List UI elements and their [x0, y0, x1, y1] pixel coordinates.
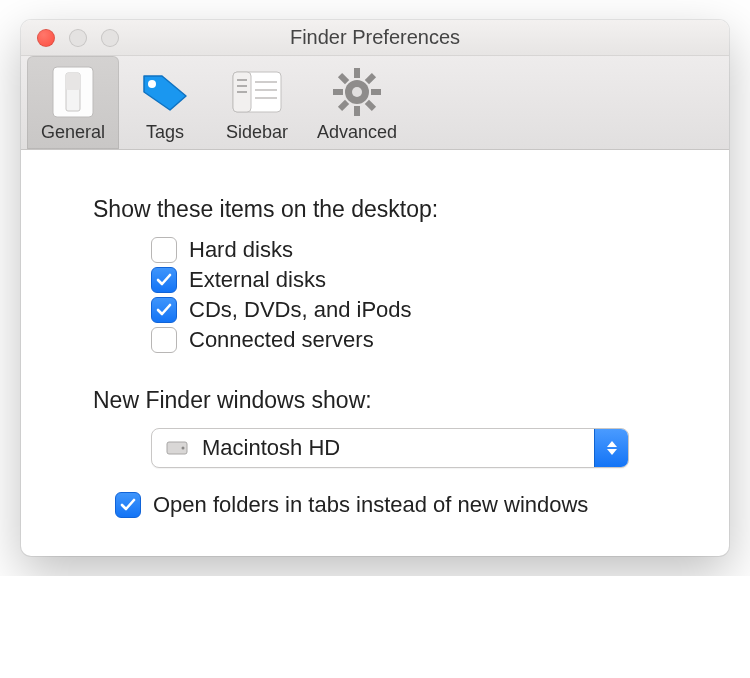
tab-label: General	[41, 122, 105, 143]
tag-icon	[137, 64, 193, 120]
svg-rect-14	[365, 73, 376, 84]
svg-rect-19	[333, 89, 343, 95]
window-title: Finder Preferences	[21, 26, 729, 49]
new-windows-heading: New Finder windows show:	[93, 387, 689, 414]
chevron-up-down-icon	[594, 429, 628, 467]
switch-icon	[45, 64, 101, 120]
checkbox-label: Connected servers	[189, 327, 374, 353]
new-window-location-select[interactable]: Macintosh HD	[151, 428, 629, 468]
svg-point-3	[148, 80, 156, 88]
checkbox[interactable]	[151, 267, 177, 293]
checkbox[interactable]	[151, 327, 177, 353]
checkbox-row-connected-servers[interactable]: Connected servers	[151, 327, 689, 353]
sidebar-icon	[229, 64, 285, 120]
preferences-window: Finder Preferences General Tags	[21, 20, 729, 556]
svg-rect-18	[338, 100, 349, 111]
tab-label: Tags	[146, 122, 184, 143]
svg-point-23	[182, 447, 185, 450]
tab-tags[interactable]: Tags	[119, 56, 211, 149]
minimize-button[interactable]	[69, 29, 87, 47]
checkbox[interactable]	[115, 492, 141, 518]
toolbar: General Tags	[21, 56, 729, 150]
titlebar: Finder Preferences	[21, 20, 729, 56]
checkbox-row-open-in-tabs[interactable]: Open folders in tabs instead of new wind…	[115, 492, 689, 518]
checkbox-row-hard-disks[interactable]: Hard disks	[151, 237, 689, 263]
checkbox-row-cds-dvds-ipods[interactable]: CDs, DVDs, and iPods	[151, 297, 689, 323]
checkbox[interactable]	[151, 237, 177, 263]
hard-disk-icon	[160, 436, 194, 460]
svg-rect-17	[354, 106, 360, 116]
zoom-button[interactable]	[101, 29, 119, 47]
checkbox-label: Open folders in tabs instead of new wind…	[153, 492, 588, 518]
checkbox-row-external-disks[interactable]: External disks	[151, 267, 689, 293]
svg-rect-13	[354, 68, 360, 78]
tab-label: Advanced	[317, 122, 397, 143]
gear-icon	[329, 64, 385, 120]
svg-rect-2	[66, 73, 80, 90]
general-pane: Show these items on the desktop: Hard di…	[21, 150, 729, 556]
checkbox-label: CDs, DVDs, and iPods	[189, 297, 412, 323]
svg-rect-20	[338, 73, 349, 84]
tab-label: Sidebar	[226, 122, 288, 143]
tab-general[interactable]: General	[27, 56, 119, 149]
checkbox-label: Hard disks	[189, 237, 293, 263]
svg-rect-16	[365, 100, 376, 111]
desktop-items-heading: Show these items on the desktop:	[93, 196, 689, 223]
close-button[interactable]	[37, 29, 55, 47]
svg-rect-15	[371, 89, 381, 95]
select-value: Macintosh HD	[202, 435, 594, 461]
window-controls	[21, 29, 119, 47]
tab-advanced[interactable]: Advanced	[303, 56, 411, 149]
checkbox-label: External disks	[189, 267, 326, 293]
svg-point-21	[352, 87, 362, 97]
tab-sidebar[interactable]: Sidebar	[211, 56, 303, 149]
checkbox[interactable]	[151, 297, 177, 323]
